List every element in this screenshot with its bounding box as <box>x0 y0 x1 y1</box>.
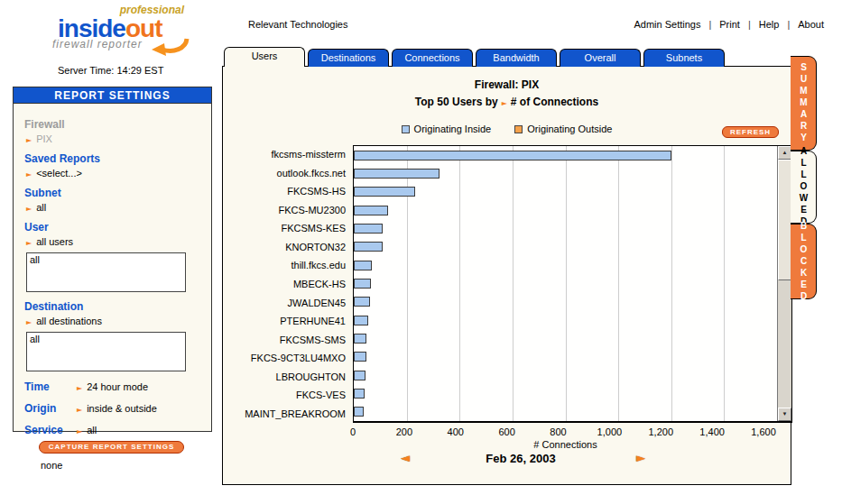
side-tab-blocked[interactable]: BLOCKED <box>791 224 817 299</box>
arrow-bullet-icon <box>26 168 32 179</box>
top-link-admin-settings[interactable]: Admin Settings <box>634 19 700 30</box>
origin-label: Origin <box>24 402 75 415</box>
bar-MAINT_BREAKROOM <box>354 407 364 417</box>
previous-day-icon[interactable] <box>401 451 410 464</box>
side-tab-summary[interactable]: SUMMARY <box>791 56 817 151</box>
x-tick-label: 1,600 <box>751 426 776 437</box>
bar-row <box>354 238 777 256</box>
tab-subnets[interactable]: Subnets <box>643 49 725 67</box>
next-day-icon[interactable] <box>636 451 645 464</box>
top-links: Admin Settings|Print|Help|About <box>634 19 824 30</box>
bar-row <box>354 146 777 164</box>
top-link-about[interactable]: About <box>798 19 824 30</box>
bar-KNORTON32 <box>354 242 383 252</box>
logo-swoosh-arrow-icon <box>152 38 190 58</box>
bar-row <box>354 219 777 237</box>
scroll-down-icon[interactable] <box>778 408 791 421</box>
y-axis-label: FKCS-MU2300 <box>223 201 350 220</box>
bar-row <box>354 311 777 329</box>
arrow-bullet-icon <box>26 236 32 247</box>
arrow-bullet-icon <box>77 381 82 392</box>
tab-connections[interactable]: Connections <box>392 49 473 67</box>
bar-JWALDEN45 <box>354 297 370 307</box>
firewall-value[interactable]: PIX <box>26 133 204 144</box>
bar-FKCSMS-SMS <box>354 334 366 344</box>
bar-row <box>354 293 777 311</box>
y-axis-label: FKCS-9CT3LU4MXO <box>223 349 350 368</box>
tab-destinations[interactable]: Destinations <box>308 49 389 67</box>
bar-row <box>354 274 777 292</box>
server-time: Server Time: 14:29 EST <box>58 65 163 76</box>
y-axis-label: FKCSMS-KES <box>223 219 350 238</box>
destination-select[interactable]: all destinations <box>26 316 204 326</box>
y-axis-label: KNORTON32 <box>223 238 350 257</box>
x-tick-label: 1,200 <box>648 426 673 437</box>
destination-label: Destination <box>24 300 204 313</box>
refresh-button[interactable]: REFRESH <box>722 126 779 138</box>
top-link-help[interactable]: Help <box>759 19 780 30</box>
user-listbox[interactable]: all <box>26 252 186 292</box>
report-settings-panel: REPORT SETTINGS Firewall PIX Saved Repor… <box>13 87 212 432</box>
bar-row <box>354 366 777 384</box>
x-axis-ticks: 02004006008001,0001,2001,4001,600 <box>353 426 778 439</box>
tab-overall[interactable]: Overall <box>560 49 641 67</box>
destination-listbox[interactable]: all <box>26 332 186 371</box>
y-axis-label: PTERHUNE41 <box>223 312 350 331</box>
report-tabs: UsersDestinationsConnectionsBandwidthOve… <box>224 47 725 67</box>
side-tab-label: SUMMARY <box>799 62 808 144</box>
bar-FKCSMS-KES <box>354 224 383 234</box>
chart-legend: Originating InsideOriginating Outside <box>223 124 791 134</box>
plot-area <box>353 145 792 423</box>
y-axis-label: outlook.fkcs.net <box>223 164 350 183</box>
user-select[interactable]: all users <box>26 236 204 247</box>
bar-fkcsms-missterm <box>354 151 671 160</box>
side-tab-label: BLOCKED <box>799 221 808 303</box>
time-label: Time <box>24 380 75 393</box>
origin-select[interactable]: inside & outside <box>77 403 157 414</box>
x-tick-label: 400 <box>448 426 464 437</box>
y-axis-label: thill.fkcs.edu <box>223 256 350 275</box>
vertical-scrollbar[interactable] <box>777 146 791 421</box>
capture-report-settings-button[interactable]: CAPTURE REPORT SETTINGS <box>39 441 184 454</box>
arrow-bullet-icon <box>77 403 82 414</box>
saved-reports-select[interactable]: <select...> <box>26 168 204 179</box>
side-tab-label: ALLOWED <box>799 146 808 228</box>
user-label: User <box>24 221 204 234</box>
tab-bandwidth[interactable]: Bandwidth <box>476 49 557 67</box>
arrow-bullet-icon <box>77 425 82 435</box>
bar-outlook.fkcs.net <box>354 169 440 179</box>
bar-row <box>354 329 777 347</box>
y-axis-label: FKCSMS-SMS <box>223 330 350 349</box>
chart-title-firewall: Firewall: PIX <box>223 78 791 91</box>
scroll-up-icon[interactable] <box>778 146 791 160</box>
side-tab-allowed[interactable]: ALLOWED <box>791 151 817 224</box>
service-label: Service <box>24 424 75 436</box>
y-axis-label: fkcsms-missterm <box>223 145 350 164</box>
subnet-select[interactable]: all <box>26 202 204 213</box>
top-link-print[interactable]: Print <box>719 19 740 30</box>
service-select[interactable]: all <box>77 425 97 435</box>
y-axis-label: MAINT_BREAKROOM <box>223 404 350 423</box>
app-logo: professional insideout firewall reporter <box>52 4 197 50</box>
tab-users[interactable]: Users <box>224 47 305 67</box>
link-separator: | <box>748 19 751 30</box>
scrollbar-thumb[interactable] <box>778 160 791 280</box>
x-tick-label: 200 <box>396 426 412 437</box>
bars <box>354 146 777 421</box>
link-separator: | <box>708 19 711 30</box>
chart-title-metric: Top 50 Users by# of Connections <box>223 96 791 108</box>
bar-row <box>354 384 777 402</box>
bar-FKCSMS-HS <box>354 187 415 197</box>
bar-PTERHUNE41 <box>354 316 368 325</box>
x-axis-label: # Connections <box>353 439 778 450</box>
report-panel: Firewall: PIX Top 50 Users by# of Connec… <box>222 66 791 485</box>
legend-swatch-icon <box>514 125 523 133</box>
bar-row <box>354 256 777 274</box>
legend-item: Originating Outside <box>514 124 612 134</box>
x-tick-label: 0 <box>350 426 356 437</box>
company-name: Relevant Technologies <box>248 19 347 30</box>
metric-selector-arrow-icon[interactable] <box>502 96 507 108</box>
time-select[interactable]: 24 hour mode <box>77 381 148 392</box>
bar-row <box>354 164 777 182</box>
bar-LBROUGHTON <box>354 371 365 380</box>
